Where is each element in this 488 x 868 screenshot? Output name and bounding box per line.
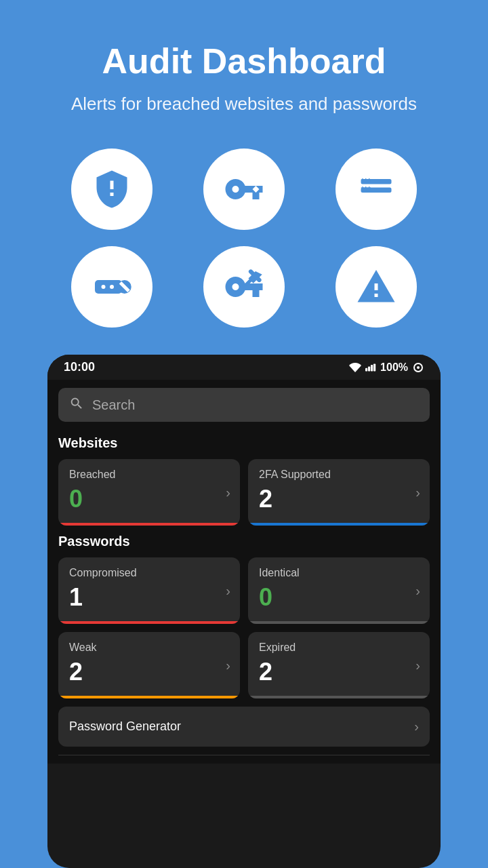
page-subtitle: Alerts for breached websites and passwor… (27, 94, 461, 115)
breached-card[interactable]: Breached 0 › (58, 459, 240, 526)
breached-label: Breached (69, 469, 229, 481)
key-rotate-icon[interactable] (203, 149, 285, 230)
weak-value: 2 (69, 658, 229, 686)
status-icons: 100% (349, 361, 424, 374)
phone-frame: 10:00 100% Search Websites Breached 0 › (47, 355, 441, 868)
compromised-value: 1 (69, 583, 229, 612)
expired-arrow: › (415, 658, 420, 673)
svg-rect-12 (365, 368, 367, 371)
compromised-label: Compromised (69, 567, 229, 579)
svg-rect-13 (368, 366, 370, 371)
compromised-card[interactable]: Compromised 1 › (58, 557, 240, 624)
status-bar: 10:00 100% (47, 355, 441, 380)
phone-content: Search Websites Breached 0 › 2FA Support… (47, 380, 441, 764)
bottom-divider (58, 755, 430, 755)
weak-arrow: › (226, 658, 230, 673)
key-broken-icon[interactable] (203, 246, 285, 328)
passwords-cards-grid: Compromised 1 › Identical 0 › Weak 2 › E… (58, 557, 430, 698)
search-icon (69, 396, 84, 414)
password-generator-row[interactable]: Password Generator › (58, 707, 430, 747)
svg-rect-15 (373, 363, 375, 371)
weak-label: Weak (69, 642, 229, 654)
identical-arrow: › (415, 583, 420, 599)
feature-icons-grid: *** *** (0, 135, 488, 355)
identical-card[interactable]: Identical 0 › (248, 557, 430, 624)
svg-point-17 (417, 366, 420, 369)
identical-value: 0 (259, 583, 419, 612)
svg-rect-14 (371, 365, 373, 372)
search-bar[interactable]: Search (58, 388, 430, 422)
2fa-bar (248, 523, 430, 526)
header-section: Audit Dashboard Alerts for breached webs… (0, 0, 488, 135)
svg-point-7 (110, 285, 114, 289)
compromised-bar (58, 621, 240, 624)
weak-card[interactable]: Weak 2 › (58, 632, 240, 698)
compromised-arrow: › (226, 583, 230, 599)
breached-arrow: › (226, 485, 230, 500)
password-denied-icon[interactable] (71, 246, 152, 328)
identical-label: Identical (259, 567, 419, 579)
passwords-section-label: Passwords (58, 534, 430, 549)
expired-label: Expired (259, 642, 419, 654)
expired-card[interactable]: Expired 2 › (248, 632, 430, 698)
expired-value: 2 (259, 658, 419, 686)
identical-bar (248, 621, 430, 624)
search-placeholder: Search (92, 397, 135, 413)
svg-point-6 (102, 285, 106, 289)
breached-bar (58, 523, 240, 526)
warning-triangle-icon[interactable] (336, 246, 417, 328)
status-time: 10:00 (64, 360, 95, 374)
2fa-arrow: › (415, 485, 420, 500)
expired-bar (248, 696, 430, 698)
websites-cards-grid: Breached 0 › 2FA Supported 2 › (58, 459, 430, 526)
svg-text:***: *** (361, 185, 371, 195)
2fa-value: 2 (259, 485, 419, 513)
2fa-supported-card[interactable]: 2FA Supported 2 › (248, 459, 430, 526)
breached-value: 0 (69, 485, 229, 513)
websites-section-label: Websites (58, 435, 430, 451)
battery-text: 100% (380, 361, 408, 374)
page-title: Audit Dashboard (27, 41, 461, 81)
2fa-label: 2FA Supported (259, 469, 419, 481)
weak-bar (58, 696, 240, 698)
shield-alert-icon[interactable] (71, 149, 152, 230)
password-generator-arrow: › (414, 719, 419, 734)
password-generator-label: Password Generator (69, 719, 181, 734)
password-hash-icon[interactable]: *** *** (336, 149, 417, 230)
